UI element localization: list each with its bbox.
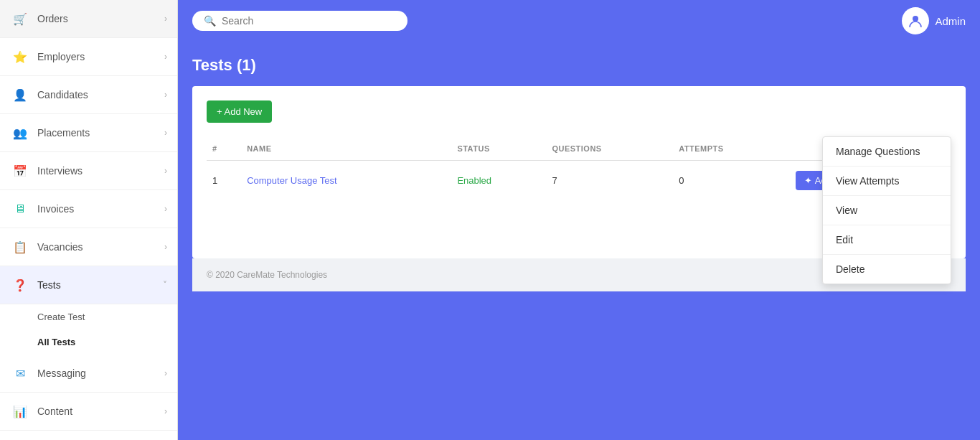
sidebar-item-placements[interactable]: 👥 Placements › [0,114,177,152]
test-name-link[interactable]: Computer Usage Test [247,175,337,186]
col-number: # [207,137,241,161]
dropdown-item-manage-questions[interactable]: Manage Questions [823,137,951,167]
chevron-icon: › [164,90,167,100]
user-info: Admin [902,7,966,34]
sidebar-item-content-label: Content [37,406,72,417]
sidebar-item-placements-label: Placements [37,127,90,139]
dropdown-item-view[interactable]: View [823,196,951,225]
chevron-icon: › [164,406,167,416]
avatar [902,7,929,34]
view-label: View [836,205,857,216]
sidebar-item-employers-label: Employers [37,51,85,62]
search-icon: 🔍 [204,15,216,27]
sidebar: 🛒 Orders › ⭐ Employers › 👤 Candidates › … [0,0,178,440]
view-attempts-label: View Attempts [836,175,899,187]
delete-label: Delete [836,263,864,275]
svg-point-0 [913,16,918,22]
header: 🔍 Admin [178,0,980,42]
sidebar-item-messaging-label: Messaging [37,368,86,379]
sidebar-item-invoices[interactable]: 🖥 Invoices › [0,190,177,228]
add-new-button[interactable]: + Add New [207,100,272,123]
actions-dropdown: Manage Questions View Attempts View Edit… [822,136,951,284]
sidebar-item-interviews[interactable]: 📅 Interviews › [0,152,177,190]
copyright-text: © 2020 CareMate Technologies [207,270,327,280]
admin-label: Admin [935,15,966,27]
sidebar-item-employers[interactable]: ⭐ Employers › [0,38,177,76]
tests-card: + Add New # NAME STATUS QUESTIONS ATTEMP… [192,86,966,258]
chevron-down-icon: ˅ [163,280,167,290]
invoices-icon: 🖥 [11,200,29,217]
page-title: Tests (1) [192,56,966,75]
edit-label: Edit [836,234,853,245]
search-input[interactable] [222,15,396,27]
sidebar-item-interviews-label: Interviews [37,165,83,177]
chevron-icon: › [164,242,167,252]
interviews-icon: 📅 [11,162,29,179]
employers-icon: ⭐ [11,48,29,65]
chevron-icon: › [164,52,167,62]
sidebar-item-settings[interactable]: ⚙ Settings › [0,431,177,440]
sidebar-item-invoices-label: Invoices [37,203,74,215]
sidebar-item-vacancies[interactable]: 📋 Vacancies › [0,228,177,266]
col-attempts: ATTEMPTS [673,137,790,161]
sidebar-item-vacancies-label: Vacancies [37,241,83,253]
sidebar-item-tests-label: Tests [37,279,61,291]
row-questions: 7 [546,161,673,201]
row-number: 1 [207,161,241,201]
row-status: Enabled [451,161,546,201]
sidebar-item-content[interactable]: 📊 Content › [0,393,177,431]
chevron-icon: › [164,204,167,214]
chevron-icon: › [164,128,167,138]
col-name: NAME [241,137,451,161]
main-area: 🔍 Admin Tests (1) + Add New # NAME [178,0,980,440]
sidebar-item-candidates[interactable]: 👤 Candidates › [0,76,177,114]
placements-icon: 👥 [11,124,29,141]
row-attempts: 0 [673,161,790,201]
sidebar-item-orders[interactable]: 🛒 Orders › [0,0,177,38]
chevron-icon: › [164,166,167,176]
messaging-icon: ✉ [11,365,29,382]
search-box[interactable]: 🔍 [192,11,407,31]
sidebar-item-orders-label: Orders [37,13,68,24]
col-questions: QUESTIONS [546,137,673,161]
sidebar-item-tests[interactable]: ❓ Tests ˅ [0,266,177,304]
all-tests-label: All Tests [37,337,75,347]
tests-icon: ❓ [11,276,29,294]
chevron-icon: › [164,368,167,378]
dropdown-item-delete[interactable]: Delete [823,255,951,284]
orders-icon: 🛒 [11,10,29,27]
candidates-icon: 👤 [11,86,29,103]
gear-icon: ✦ [804,175,812,186]
row-name: Computer Usage Test [241,161,451,201]
vacancies-icon: 📋 [11,238,29,256]
content-icon: 📊 [11,403,29,420]
content-area: Tests (1) + Add New # NAME STATUS QUESTI… [178,42,980,440]
sidebar-subitem-create-test[interactable]: Create Test [0,304,177,329]
sidebar-subitem-all-tests[interactable]: All Tests [0,329,177,355]
col-status: STATUS [451,137,546,161]
status-badge: Enabled [457,175,491,186]
chevron-icon: › [164,14,167,24]
sidebar-item-messaging[interactable]: ✉ Messaging › [0,355,177,393]
dropdown-item-view-attempts[interactable]: View Attempts [823,167,951,196]
dropdown-item-edit[interactable]: Edit [823,225,951,255]
manage-questions-label: Manage Questions [836,146,920,157]
create-test-label: Create Test [37,312,85,322]
sidebar-item-candidates-label: Candidates [37,89,88,100]
